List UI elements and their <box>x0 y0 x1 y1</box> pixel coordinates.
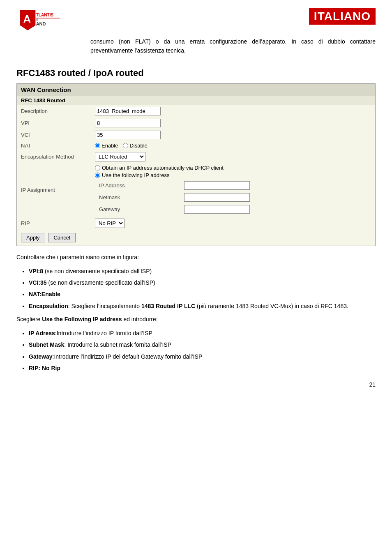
table-row: IP Address <box>95 180 371 191</box>
logo-image: A TLANTIS ® AND <box>16 8 62 33</box>
table-row: VPI <box>17 117 375 129</box>
vci-bold: VCI:35 <box>29 279 47 286</box>
encapsulation-cell: LLC Routed VC-Mux Routed <box>91 150 375 163</box>
table-row: RIP No RIP RIP 1 RIP 2 <box>17 217 375 230</box>
gateway-rest: :Introdurre l’indirizzo IP del default G… <box>53 353 203 360</box>
nat-disable-radio[interactable] <box>123 143 128 148</box>
nat-enable-radio[interactable] <box>95 143 100 148</box>
gateway-label: Gateway <box>95 203 180 215</box>
ip-manual-radio[interactable] <box>95 173 100 178</box>
rip-select[interactable]: No RIP RIP 1 RIP 2 <box>95 219 125 228</box>
svg-text:TLANTIS: TLANTIS <box>36 13 54 17</box>
ip-address-input[interactable] <box>184 181 250 190</box>
gateway-cell <box>180 203 371 215</box>
encapsulation-select[interactable]: LLC Routed VC-Mux Routed <box>95 152 145 161</box>
ip-assignment-label: IP Assignment <box>17 163 91 217</box>
logo: A TLANTIS ® AND <box>16 8 62 33</box>
description-cell <box>91 105 375 117</box>
ip-adress-bold: IP Adress <box>29 330 55 336</box>
ip-manual-label: Use the following IP address <box>102 172 170 178</box>
table-row: VCI <box>17 129 375 141</box>
wan-subheader-row: RFC 1483 Routed <box>17 96 375 105</box>
ip-dhcp-label: Obtain an IP address automatically via D… <box>102 165 224 171</box>
section-title: RFC1483 routed / IpoA routed <box>16 68 376 78</box>
nat-label: NAT <box>17 141 91 150</box>
following-ip-bold: Use the Following IP address <box>42 316 122 322</box>
scegliere-text: Scegliere Use the Following IP address e… <box>16 315 376 325</box>
cancel-button[interactable]: Cancel <box>48 233 75 242</box>
encapsulation-rest: : Scegliere l’incapsulamento 1483 Routed… <box>68 303 348 309</box>
vci-label: VCI <box>17 129 91 141</box>
gateway-bold: Gateway <box>29 353 53 360</box>
vci-rest: (se non diversamente specificato dall'IS… <box>47 279 155 286</box>
gateway-input[interactable] <box>184 205 250 214</box>
table-row: Gateway <box>95 203 371 215</box>
table-row: Description <box>17 105 375 117</box>
nat-enable-label[interactable]: Enable <box>95 143 118 149</box>
wan-subheader-label: RFC 1483 Routed <box>17 96 375 105</box>
table-row: Encapsulation Method LLC Routed VC-Mux R… <box>17 150 375 163</box>
ip-address-cell <box>180 180 371 191</box>
ip-sub-table: IP Address Netmask Gateway <box>95 180 371 215</box>
svg-text:A: A <box>23 13 31 25</box>
table-row: IP Assignment Obtain an IP address autom… <box>17 163 375 217</box>
wan-table: RFC 1483 Routed Description VPI VCI NAT <box>17 96 375 230</box>
ip-dhcp-option: Obtain an IP address automatically via D… <box>95 165 371 171</box>
nat-cell: Enable Disable <box>91 141 375 150</box>
list-item: IP Adress:Introdurre l’indirizzo IP forn… <box>29 329 376 338</box>
vpi-bold: VPI:8 <box>29 268 43 274</box>
netmask-input[interactable] <box>184 193 250 202</box>
page-header: A TLANTIS ® AND ITALIANO <box>16 8 376 33</box>
ip-address-label: IP Address <box>95 180 180 191</box>
ip-dhcp-radio[interactable] <box>95 165 100 170</box>
netmask-label: Netmask <box>95 191 180 203</box>
ip-adress-rest: :Introdurre l’indirizzo IP fornito dall’… <box>55 330 152 336</box>
list-item: VPI:8 (se non diversamente specificato d… <box>29 267 376 276</box>
rip-cell: No RIP RIP 1 RIP 2 <box>91 217 375 230</box>
nat-disable-label[interactable]: Disable <box>123 143 147 149</box>
intro-paragraph: consumo (non FLAT) o da una errata confi… <box>90 37 376 55</box>
vpi-label: VPI <box>17 117 91 129</box>
rip-label: RIP <box>17 217 91 230</box>
description-label: Description <box>17 105 91 117</box>
table-row: Netmask <box>95 191 371 203</box>
vpi-input[interactable] <box>95 119 161 127</box>
list-item: RIP: No Rip <box>29 364 376 373</box>
vpi-rest: (se non diversamente specificato dall'IS… <box>43 268 152 274</box>
description-input[interactable] <box>95 107 161 115</box>
subnet-mask-rest: : Introdurre la subnet mask fornita dall… <box>64 341 171 348</box>
ip-bullet-list: IP Adress:Introdurre l’indirizzo IP forn… <box>29 329 376 373</box>
page-number: 21 <box>16 381 376 388</box>
button-row: Apply Cancel <box>17 230 375 246</box>
vpi-cell <box>91 117 375 129</box>
ip-manual-option: Use the following IP address <box>95 172 371 178</box>
language-badge: ITALIANO <box>309 8 376 25</box>
check-params-text: Controllare che i parametri siano come i… <box>16 253 376 263</box>
list-item: Encapsulation: Scegliere l’incapsulament… <box>29 302 376 311</box>
subnet-mask-bold: Subnet Mask <box>29 341 64 348</box>
list-item: Subnet Mask: Introdurre la subnet mask f… <box>29 340 376 349</box>
bullet-list: VPI:8 (se non diversamente specificato d… <box>29 267 376 311</box>
list-item: Gateway:Introdurre l’indirizzo IP del de… <box>29 352 376 361</box>
vci-input[interactable] <box>95 131 161 139</box>
table-row: NAT Enable Disable <box>17 141 375 150</box>
nat-radio-group: Enable Disable <box>95 143 371 149</box>
ip-assignment-cell: Obtain an IP address automatically via D… <box>91 163 375 217</box>
encapsulation-label: Encapsulation Method <box>17 150 91 163</box>
rip-no-rip-bold: RIP: No Rip <box>29 365 60 371</box>
netmask-cell <box>180 191 371 203</box>
list-item: NAT:Enable <box>29 290 376 299</box>
vci-cell <box>91 129 375 141</box>
wan-connection-box: WAN Connection RFC 1483 Routed Descripti… <box>16 83 376 246</box>
svg-text:AND: AND <box>36 21 46 26</box>
nat-bold: NAT:Enable <box>29 291 60 297</box>
list-item: VCI:35 (se non diversamente specificato … <box>29 278 376 287</box>
apply-button[interactable]: Apply <box>21 233 45 242</box>
encapsulation-bold: Encapsulation <box>29 303 68 309</box>
wan-box-header: WAN Connection <box>17 84 375 96</box>
